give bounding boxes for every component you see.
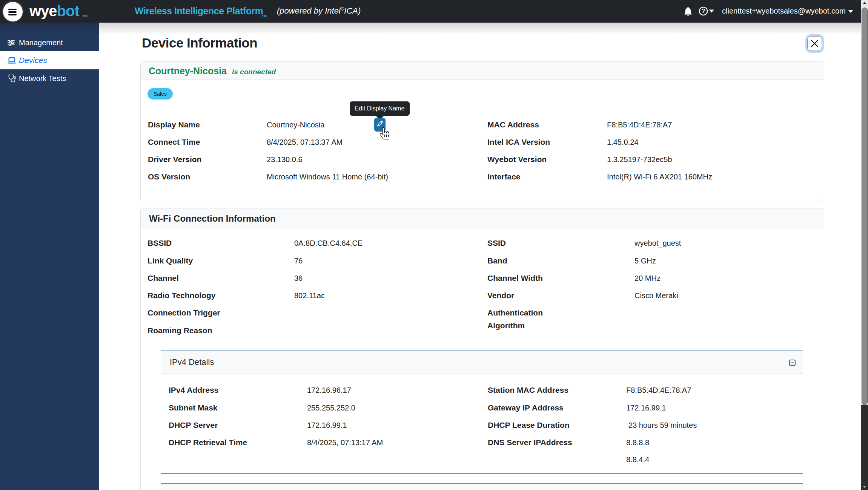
svg-text:?: ? [702, 8, 705, 14]
